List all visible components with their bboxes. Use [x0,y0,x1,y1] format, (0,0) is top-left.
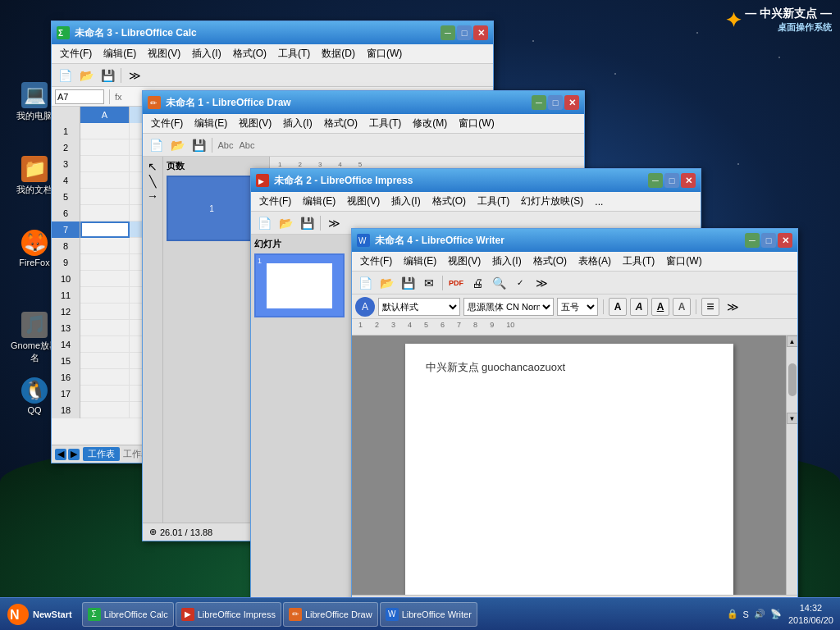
draw-menu-edit[interactable]: 编辑(E) [189,115,232,132]
impress-more-btn[interactable]: ≫ [324,214,344,232]
writer-menu-table[interactable]: 表格(A) [573,253,616,270]
draw-menu-insert[interactable]: 插入(I) [278,115,317,132]
draw-menu-tools[interactable]: 工具(T) [364,115,406,132]
writer-align-btn[interactable]: ≡ [701,298,719,316]
draw-select-tool[interactable]: ↖ [148,160,158,173]
taskbar-calc-btn[interactable]: Σ LibreOffice Calc [82,602,174,627]
draw-save-btn[interactable]: 💾 [189,136,208,154]
calc-new-btn[interactable]: 📄 [55,66,75,84]
calc-prev-sheet-btn[interactable]: ◀ [55,449,66,460]
calc-sheet-tab[interactable]: 工作表 [83,447,120,461]
draw-titlebar[interactable]: ✏ 未命名 1 - LibreOffice Draw ─ □ ✕ [143,91,584,114]
writer-menu-format[interactable]: 格式(O) [528,253,572,270]
writer-menu-edit[interactable]: 编辑(E) [399,253,441,270]
impress-new-btn[interactable]: 📄 [254,214,274,232]
taskbar-lock-icon[interactable]: 🔒 [727,609,738,619]
impress-menu-format[interactable]: 格式(O) [427,193,471,210]
taskbar-start[interactable]: N NewStart [0,598,79,630]
calc-maximize-button[interactable]: □ [457,25,472,40]
impress-close-button[interactable]: ✕ [681,173,696,188]
writer-menu-window[interactable]: 窗口(W) [661,253,706,270]
calc-menu-insert[interactable]: 插入(I) [187,45,226,62]
calc-menu-window[interactable]: 窗口(W) [362,45,407,62]
draw-menu-format[interactable]: 格式(O) [319,115,363,132]
writer-page[interactable]: 中兴新支点 guochancaozuoxt guo'chan'cao'zuo'x… [405,344,733,595]
calc-menu-tools[interactable]: 工具(T) [273,45,315,62]
calc-next-sheet-btn[interactable]: ▶ [68,449,80,460]
impress-titlebar[interactable]: ▶ 未命名 2 - LibreOffice Impress ─ □ ✕ [251,169,701,192]
calc-menu-format[interactable]: 格式(O) [228,45,272,62]
writer-font-dropdown[interactable]: 思源黑体 CN Norma [463,298,554,316]
impress-slide-thumb-1[interactable]: 1 [254,253,345,317]
draw-menu-view[interactable]: 视图(V) [234,115,276,132]
calc-menu-file[interactable]: 文件(F) [55,45,97,62]
writer-maximize-button[interactable]: □ [761,233,776,248]
writer-pdf-btn[interactable]: PDF [446,274,466,292]
draw-minimize-button[interactable]: ─ [532,95,546,110]
writer-scroll-up-btn[interactable]: ▲ [787,336,798,347]
calc-menu-data[interactable]: 数据(D) [317,45,360,62]
draw-maximize-button[interactable]: □ [548,95,563,110]
taskbar-volume-icon[interactable]: 🔊 [754,609,765,619]
calc-open-btn[interactable]: 📂 [76,66,96,84]
writer-shadow-btn[interactable]: A [673,298,691,316]
writer-save-btn[interactable]: 💾 [398,274,418,292]
draw-menu-modify[interactable]: 修改(M) [408,115,452,132]
impress-menu-edit[interactable]: 编辑(E) [298,193,340,210]
draw-page-thumb[interactable]: 1 [167,176,257,241]
draw-open-btn[interactable]: 📂 [167,136,187,154]
taskbar-impress-btn[interactable]: ▶ LibreOffice Impress [176,602,281,627]
writer-menu-tools[interactable]: 工具(T) [618,253,660,270]
draw-more-btn[interactable]: Abc [216,136,235,154]
writer-scroll-down-btn[interactable]: ▼ [787,413,798,424]
draw-more2-btn[interactable]: Abc [237,136,257,154]
writer-menu-file[interactable]: 文件(F) [355,253,397,270]
impress-maximize-button[interactable]: □ [664,173,679,188]
writer-spell-btn[interactable]: ✓ [510,274,530,292]
writer-style-dropdown[interactable]: 默认样式 [378,298,460,316]
writer-menu-insert[interactable]: 插入(I) [487,253,526,270]
draw-new-btn[interactable]: 📄 [146,136,166,154]
calc-col-a[interactable]: A [80,107,130,123]
impress-menu-tools[interactable]: 工具(T) [472,193,514,210]
draw-arrow-tool[interactable]: → [147,189,158,203]
writer-new-btn[interactable]: 📄 [355,274,375,292]
writer-close-button[interactable]: ✕ [778,233,792,248]
calc-minimize-button[interactable]: ─ [441,25,455,40]
calc-name-box[interactable] [55,89,104,104]
writer-print-btn[interactable]: 🖨 [468,274,487,292]
writer-more2-btn[interactable]: ≫ [723,298,742,316]
writer-titlebar[interactable]: W 未命名 4 - LibreOffice Writer ─ □ ✕ [352,229,797,252]
writer-menu-view[interactable]: 视图(V) [443,253,486,270]
writer-minimize-button[interactable]: ─ [745,233,760,248]
taskbar-writer-btn[interactable]: W LibreOffice Writer [380,602,477,627]
calc-menu-edit[interactable]: 编辑(E) [98,45,141,62]
calc-save-btn[interactable]: 💾 [98,66,117,84]
writer-more-btn[interactable]: ≫ [532,274,551,292]
writer-scroll-thumb[interactable] [788,363,797,396]
writer-size-dropdown[interactable]: 五号 [557,298,598,316]
writer-email-btn[interactable]: ✉ [419,274,439,292]
taskbar-draw-btn[interactable]: ✏ LibreOffice Draw [283,602,378,627]
taskbar-network-icon[interactable]: 📡 [770,609,782,619]
writer-italic-btn[interactable]: A [630,298,648,316]
impress-menu-view[interactable]: 视图(V) [342,193,385,210]
draw-line-tool[interactable]: ╲ [149,175,156,188]
impress-minimize-button[interactable]: ─ [648,173,663,188]
writer-underline-btn[interactable]: A [651,298,669,316]
impress-menu-more[interactable]: ... [590,194,608,209]
draw-menu-file[interactable]: 文件(F) [146,115,188,132]
calc-close-button[interactable]: ✕ [473,25,488,40]
writer-open-btn[interactable]: 📂 [377,274,396,292]
writer-preview-btn[interactable]: 🔍 [489,274,509,292]
impress-menu-slideshow[interactable]: 幻灯片放映(S) [516,193,588,210]
calc-menu-view[interactable]: 视图(V) [143,45,185,62]
impress-save-btn[interactable]: 💾 [297,214,317,232]
impress-open-btn[interactable]: 📂 [276,214,295,232]
calc-titlebar[interactable]: Σ 未命名 3 - LibreOffice Calc ─ □ ✕ [52,21,493,44]
impress-menu-file[interactable]: 文件(F) [254,193,296,210]
draw-menu-window[interactable]: 窗口(W) [454,115,499,132]
impress-menu-insert[interactable]: 插入(I) [386,193,425,210]
draw-close-button[interactable]: ✕ [564,95,579,110]
taskbar-ime-icon[interactable]: S [743,609,749,619]
